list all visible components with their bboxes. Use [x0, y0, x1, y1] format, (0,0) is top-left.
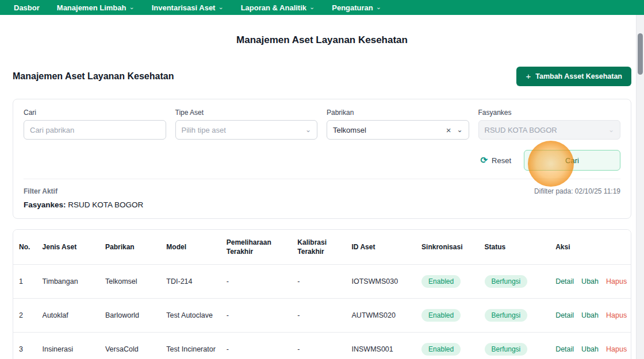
- filter-card: Cari Tipe Aset Pilih tipe aset ⌄ Pabrika…: [13, 99, 631, 219]
- asset-type-field-group: Tipe Aset Pilih tipe aset ⌄: [175, 109, 318, 140]
- scrollbar-track[interactable]: [636, 15, 644, 359]
- column-header-jenis-aset: Jenis Aset: [38, 230, 101, 265]
- search-input-wrapper: [24, 120, 166, 140]
- filter-actions: ⟳ Reset Cari: [24, 150, 620, 171]
- cell-pemeliharaan-terakhir: -: [222, 299, 293, 333]
- top-navbar: DasborManajemen Limbah⌄Inventarisasi Ase…: [0, 0, 644, 15]
- nav-item-label: Inventarisasi Aset: [152, 3, 216, 12]
- status-badge: Berfungsi: [485, 275, 528, 288]
- section-header: Manajemen Aset Layanan Kesehatan + Tamba…: [13, 67, 631, 86]
- sync-badge: Enabled: [421, 275, 461, 288]
- active-filter-line: Fasyankes: RSUD KOTA BOGOR: [24, 200, 143, 209]
- delete-link[interactable]: Hapus: [606, 345, 627, 353]
- search-input[interactable]: [30, 126, 160, 134]
- asset-type-label: Tipe Aset: [175, 109, 318, 117]
- sync-badge: Enabled: [421, 343, 461, 356]
- refresh-icon: ⟳: [480, 155, 488, 165]
- column-header-pabrikan: Pabrikan: [101, 230, 162, 265]
- chevron-down-icon: ⌄: [457, 126, 462, 134]
- asset-type-select[interactable]: Pilih tipe aset ⌄: [175, 120, 318, 140]
- cell-status: Berfungsi: [480, 299, 551, 333]
- filtered-at-text: Difilter pada: 02/10/25 11:19: [534, 187, 620, 195]
- chevron-down-icon: ⌄: [376, 3, 381, 11]
- cell-no: 2: [13, 299, 38, 333]
- reset-button[interactable]: ⟳ Reset: [480, 155, 511, 165]
- detail-link[interactable]: Detail: [555, 311, 574, 319]
- active-filter-block: Filter Aktif Fasyankes: RSUD KOTA BOGOR: [24, 187, 143, 209]
- filter-footer: Filter Aktif Fasyankes: RSUD KOTA BOGOR …: [24, 179, 620, 209]
- cell-pemeliharaan-terakhir: -: [222, 265, 293, 299]
- cell-model: Test Autoclave: [162, 299, 221, 333]
- cell-kalibrasi-terakhir: -: [293, 333, 347, 359]
- nav-item-label: Manajemen Limbah: [57, 3, 126, 12]
- table-row: 1TimbanganTelkomselTDI-214--IOTSWMS030En…: [13, 265, 631, 299]
- cell-kalibrasi-terakhir: -: [293, 299, 347, 333]
- search-label: Cari: [24, 109, 166, 117]
- nav-item-inventarisasi-aset[interactable]: Inventarisasi Aset⌄: [152, 3, 224, 12]
- delete-link[interactable]: Hapus: [606, 311, 627, 319]
- detail-link[interactable]: Detail: [555, 345, 574, 353]
- cell-no: 1: [13, 265, 38, 299]
- facility-label: Fasyankes: [478, 109, 621, 117]
- chevron-down-icon: ⌄: [309, 3, 315, 11]
- table-row: 2AutoklafBarloworldTest Autoclave--AUTWM…: [13, 299, 631, 333]
- column-header-pemeliharaan-terakhir: Pemeliharaan Terakhir: [222, 230, 293, 265]
- cell-aksi: DetailUbahHapus: [551, 265, 631, 299]
- chevron-down-icon: ⌄: [305, 126, 311, 134]
- nav-item-pengaturan[interactable]: Pengaturan⌄: [332, 3, 381, 12]
- asset-table-card: No.Jenis AsetPabrikanModelPemeliharaan T…: [13, 229, 631, 359]
- facility-field-group: Fasyankes RSUD KOTA BOGOR ⌄: [478, 109, 621, 140]
- cell-sinkronisasi: Enabled: [417, 333, 480, 359]
- search-field-group: Cari: [24, 109, 166, 140]
- edit-link[interactable]: Ubah: [581, 345, 599, 353]
- edit-link[interactable]: Ubah: [581, 277, 599, 285]
- nav-item-label: Dasbor: [14, 3, 40, 12]
- status-badge: Berfungsi: [485, 343, 528, 356]
- asset-table: No.Jenis AsetPabrikanModelPemeliharaan T…: [13, 230, 631, 359]
- manufacturer-select[interactable]: Telkomsel × ⌄: [327, 120, 469, 140]
- cell-aksi: DetailUbahHapus: [551, 299, 631, 333]
- cell-id-aset: AUTWMS020: [347, 299, 417, 333]
- facility-select: RSUD KOTA BOGOR ⌄: [478, 120, 621, 140]
- delete-link[interactable]: Hapus: [606, 277, 627, 285]
- nav-item-label: Laporan & Analitik: [241, 3, 306, 12]
- column-header-no: No.: [13, 230, 38, 265]
- add-asset-button-label: Tambah Asset Kesehatan: [535, 72, 622, 80]
- column-header-kalibrasi-terakhir: Kalibrasi Terakhir: [293, 230, 347, 265]
- cell-id-aset: IOTSWMS030: [347, 265, 417, 299]
- scrollbar-thumb[interactable]: [638, 33, 643, 75]
- detail-link[interactable]: Detail: [555, 277, 574, 285]
- column-header-aksi: Aksi: [551, 230, 631, 265]
- cell-jenis-aset: Insinerasi: [38, 333, 101, 359]
- manufacturer-field-group: Pabrikan Telkomsel × ⌄: [327, 109, 469, 140]
- cell-pabrikan: Barloworld: [101, 299, 162, 333]
- nav-item-dasbor[interactable]: Dasbor: [14, 3, 40, 12]
- page-content: Manajemen Aset Layanan Kesehatan Manajem…: [0, 34, 644, 359]
- cell-model: Test Incinerator: [162, 333, 221, 359]
- column-header-status: Status: [480, 230, 551, 265]
- cell-sinkronisasi: Enabled: [417, 299, 480, 333]
- cell-jenis-aset: Timbangan: [38, 265, 101, 299]
- cell-status: Berfungsi: [480, 333, 551, 359]
- nav-item-laporan-analitik[interactable]: Laporan & Analitik⌄: [241, 3, 315, 12]
- active-filter-label: Filter Aktif: [24, 187, 143, 195]
- section-title: Manajemen Aset Layanan Kesehatan: [13, 71, 174, 82]
- add-asset-button[interactable]: + Tambah Asset Kesehatan: [516, 67, 631, 86]
- cell-sinkronisasi: Enabled: [417, 265, 480, 299]
- nav-item-manajemen-limbah[interactable]: Manajemen Limbah⌄: [57, 3, 135, 12]
- cell-pabrikan: Telkomsel: [101, 265, 162, 299]
- reset-button-label: Reset: [492, 156, 511, 165]
- chevron-down-icon: ⌄: [129, 3, 134, 11]
- plus-icon: +: [526, 71, 531, 81]
- manufacturer-label: Pabrikan: [327, 109, 469, 117]
- nav-item-label: Pengaturan: [332, 3, 373, 12]
- page-title: Manajemen Aset Layanan Kesehatan: [13, 34, 631, 46]
- filter-grid: Cari Tipe Aset Pilih tipe aset ⌄ Pabrika…: [24, 109, 620, 140]
- cell-aksi: DetailUbahHapus: [551, 333, 631, 359]
- asset-type-select-value: Pilih tipe aset: [182, 126, 226, 134]
- facility-select-value: RSUD KOTA BOGOR: [485, 126, 557, 134]
- cell-jenis-aset: Autoklaf: [38, 299, 101, 333]
- cari-button[interactable]: Cari: [524, 150, 620, 171]
- clear-icon[interactable]: ×: [446, 126, 451, 134]
- edit-link[interactable]: Ubah: [581, 311, 599, 319]
